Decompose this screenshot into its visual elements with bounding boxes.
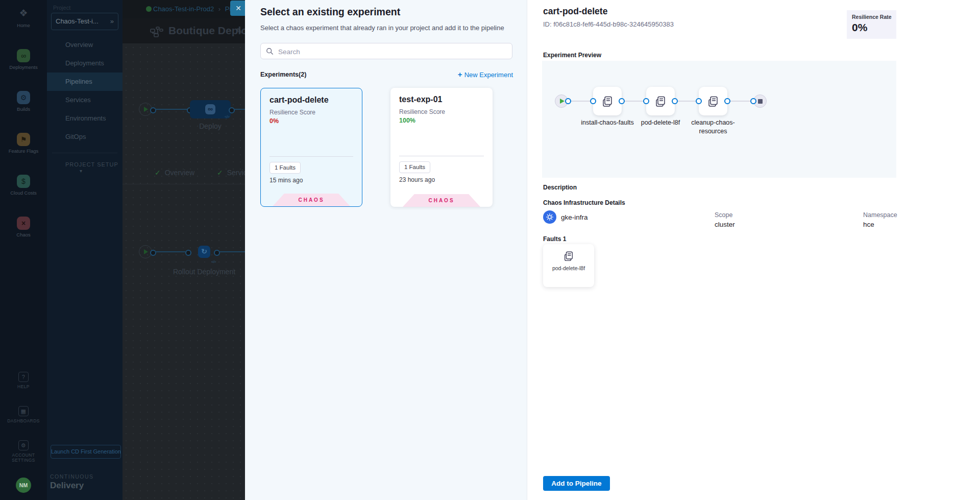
faults-badge: 1 Faults [270, 162, 301, 174]
step-label: pod-delete-l8f [632, 118, 689, 127]
sidebar-item-chaos[interactable]: × Chaos [0, 217, 47, 237]
project-selector[interactable]: Chaos-Test-i... » [51, 13, 118, 30]
preview-heading: Experiment Preview [543, 52, 601, 59]
namespace-label: Namespace [863, 211, 897, 219]
step-node-cleanup[interactable] [699, 87, 727, 115]
sidebar-item-help[interactable]: ? HELP [0, 372, 47, 389]
launch-cd-first-gen-button[interactable]: Launch CD First Generation [51, 445, 121, 459]
connector-line [155, 109, 188, 110]
close-button[interactable]: ✕ [230, 1, 247, 16]
scope-label: Scope [715, 211, 732, 219]
nav-item-services[interactable]: Services [47, 91, 122, 109]
sidebar-item-home[interactable]: ❖ Home [0, 7, 47, 28]
divider [270, 156, 353, 157]
nav-item-pipelines[interactable]: Pipelines [47, 73, 122, 91]
avatar[interactable]: NM [16, 478, 31, 493]
description-heading: Description [543, 184, 577, 191]
resilience-score-value: 100% [399, 117, 415, 124]
sidebar-item-label: Cloud Costs [0, 190, 47, 196]
kubernetes-icon [543, 210, 556, 224]
chaos-step-icon [707, 95, 719, 107]
add-to-pipeline-button[interactable]: Add to Pipeline [543, 476, 610, 491]
experiments-heading: Experiments(2) [260, 71, 306, 78]
chaos-step-icon [654, 95, 667, 107]
sidebar-item-deployments[interactable]: ∞ Deployments [0, 49, 47, 70]
home-icon: ❖ [17, 7, 30, 20]
node-port [150, 250, 156, 256]
namespace-value: hce [863, 221, 874, 228]
play-icon [144, 107, 148, 112]
new-experiment-button[interactable]: +New Experiment [431, 70, 513, 79]
resilience-score-label: Resilience Score [270, 109, 315, 116]
last-run-time: 15 mins ago [270, 177, 303, 184]
step-label: Rollout Deployment [173, 267, 236, 277]
modal-title: Select an existing experiment [260, 6, 400, 18]
divider [399, 156, 484, 156]
sidebar-item-dashboards[interactable]: ▦ DASHBOARDS [0, 406, 47, 423]
search-icon [266, 47, 274, 55]
stop-icon [758, 99, 763, 104]
tab-overview[interactable]: ✓Overview [155, 169, 194, 177]
node-port [229, 107, 235, 113]
node-port [185, 250, 191, 256]
node-port [590, 98, 596, 104]
step-node-pod-delete[interactable] [646, 87, 675, 115]
project-dot-icon [146, 6, 152, 12]
nav-item-environments[interactable]: Environments [47, 109, 122, 128]
sidebar-item-label: Home [0, 22, 47, 28]
experiment-card-cart-pod-delete[interactable]: cart-pod-delete Resilience Score 0% 1 Fa… [260, 88, 362, 207]
nav-item-overview[interactable]: Overview [47, 36, 122, 54]
check-icon: ✓ [155, 169, 161, 177]
code-icon[interactable]: </> [225, 114, 229, 119]
faults-badge: 1 Faults [399, 161, 430, 173]
nav-item-gitops[interactable]: GitOps [47, 128, 122, 146]
plus-icon: + [458, 70, 462, 79]
nav-item-deployments[interactable]: Deployments [47, 54, 122, 73]
infra-heading: Chaos Infrastructure Details [543, 199, 625, 206]
step-label: install-chaos-faults [579, 118, 635, 127]
close-icon: ✕ [235, 4, 241, 12]
pipeline-icon [150, 27, 163, 38]
step-node-install-chaos-faults[interactable] [593, 87, 622, 115]
resilience-score-label: Resilience Score [399, 108, 445, 115]
faults-heading: Faults 1 [543, 235, 566, 243]
tab-label: Overview [165, 169, 194, 177]
help-icon: ? [18, 372, 29, 382]
sidebar-item-cloud-costs[interactable]: $ Cloud Costs [0, 175, 47, 196]
sidebar-item-label: Builds [0, 106, 47, 112]
chaos-icon: × [17, 217, 30, 230]
node-port [643, 98, 649, 104]
experiment-card-test-exp-01[interactable]: test-exp-01 Resilience Score 100% 1 Faul… [390, 88, 493, 207]
divider [52, 153, 117, 153]
chaos-step-icon [601, 95, 614, 107]
breadcrumb-project[interactable]: Chaos-Test-in-Prod2 [153, 5, 214, 13]
project-setup-toggle[interactable]: PROJECT SETUP ▾ [65, 161, 122, 174]
scope-value: cluster [715, 221, 735, 228]
experiment-name: test-exp-01 [399, 95, 442, 104]
gear-icon: ⚙ [18, 440, 29, 450]
rollout-step-icon[interactable]: ↻ [198, 246, 210, 258]
sidebar-item-account-settings[interactable]: ⚙ ACCOUNT SETTINGS [3, 440, 44, 463]
code-icon[interactable]: </> [211, 259, 216, 264]
sidebar-item-label: HELP [0, 384, 47, 389]
search-input[interactable] [277, 44, 509, 59]
resilience-rate-box: Resilience Rate 0% [847, 10, 896, 39]
resilience-score-value: 0% [270, 117, 279, 125]
expand-icon: » [110, 13, 114, 30]
builds-icon: ⚙ [17, 91, 30, 104]
edit-icon[interactable]: ✎ [236, 27, 242, 36]
sidebar-item-feature-flags[interactable]: ⚑ Feature Flags [0, 133, 47, 154]
module-sidebar: ❖ Home ∞ Deployments ⚙ Builds ⚑ Feature … [0, 0, 47, 500]
fault-name: pod-delete-l8f [543, 265, 594, 271]
sidebar-item-builds[interactable]: ⚙ Builds [0, 91, 47, 112]
experiment-id: ID: f06c81c8-fef6-445d-b98c-324645950383 [543, 20, 674, 28]
sidebar-item-label: Deployments [0, 64, 47, 70]
chaos-fault-icon [563, 250, 574, 261]
sidebar-item-label: Feature Flags [0, 148, 47, 154]
resilience-rate-label: Resilience Rate [852, 14, 896, 20]
fault-card[interactable]: pod-delete-l8f [543, 244, 594, 287]
search-box[interactable] [260, 43, 512, 59]
check-icon: ✓ [217, 169, 223, 177]
sidebar-item-label: ACCOUNT SETTINGS [3, 453, 44, 463]
experiment-name: cart-pod-delete [270, 96, 329, 105]
